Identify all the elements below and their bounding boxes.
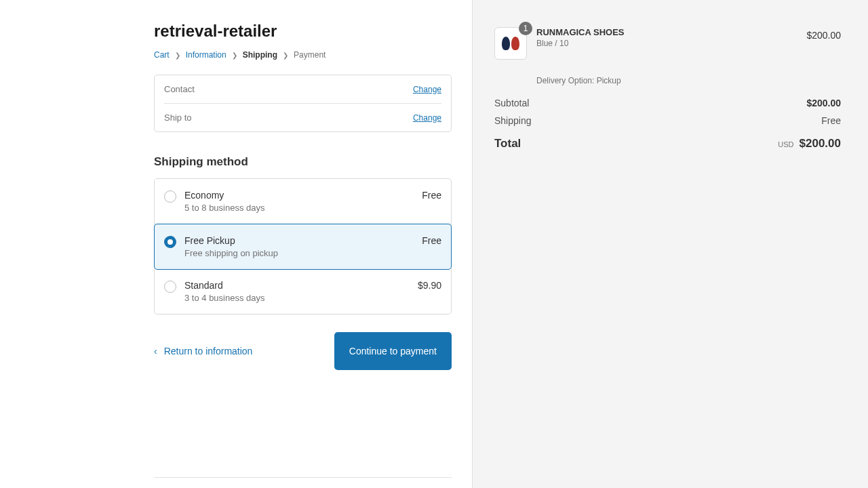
breadcrumb-information[interactable]: Information <box>186 50 226 60</box>
breadcrumb-payment: Payment <box>294 50 326 60</box>
cart-item: 1 RUNMAGICA SHOES Blue / 10 $200.00 <box>494 27 841 60</box>
chevron-left-icon: ‹ <box>154 346 157 357</box>
shipping-option-economy[interactable]: Economy 5 to 8 business days Free <box>155 179 451 224</box>
shipping-option-desc: 3 to 4 business days <box>184 293 418 303</box>
chevron-right-icon: ❯ <box>175 52 180 59</box>
shipping-option-standard[interactable]: Standard 3 to 4 business days $9.90 <box>155 269 451 314</box>
chevron-right-icon: ❯ <box>283 52 288 59</box>
chevron-right-icon: ❯ <box>232 52 237 59</box>
breadcrumb: Cart ❯ Information ❯ Shipping ❯ Payment <box>154 50 452 60</box>
radio-icon <box>164 190 176 203</box>
contact-row: Contact Change <box>164 75 441 104</box>
shipping-option-desc: 5 to 8 business days <box>184 203 422 213</box>
footer-divider <box>154 477 452 478</box>
total-value: $200.00 <box>800 137 841 150</box>
return-link-label: Return to information <box>164 346 253 357</box>
change-shipto-link[interactable]: Change <box>413 113 441 123</box>
shipping-option-name: Free Pickup <box>184 235 422 246</box>
shipping-option-price: $9.90 <box>418 280 441 291</box>
shipping-option-name: Standard <box>184 280 418 291</box>
product-name: RUNMAGICA SHOES <box>536 27 797 37</box>
total-label: Total <box>494 137 521 150</box>
shipping-summary-label: Shipping <box>494 115 532 126</box>
subtotal-row: Subtotal $200.00 <box>494 98 841 108</box>
shipping-option-name: Economy <box>184 190 422 201</box>
subtotal-label: Subtotal <box>494 98 529 108</box>
shipping-method-heading: Shipping method <box>154 155 452 169</box>
quantity-badge: 1 <box>519 22 532 35</box>
store-title: retrieval-retailer <box>154 22 452 41</box>
shipto-row: Ship to Change <box>164 104 441 131</box>
shipto-label: Ship to <box>164 113 206 123</box>
shipping-option-price: Free <box>422 190 441 201</box>
breadcrumb-shipping: Shipping <box>243 50 277 60</box>
radio-icon <box>164 281 176 293</box>
currency-code: USD <box>778 140 793 148</box>
contact-label: Contact <box>164 84 206 94</box>
continue-to-payment-button[interactable]: Continue to payment <box>334 332 452 370</box>
delivery-option-note: Delivery Option: Pickup <box>536 76 841 85</box>
product-variant: Blue / 10 <box>536 39 797 48</box>
change-contact-link[interactable]: Change <box>413 85 441 94</box>
contact-ship-summary: Contact Change Ship to Change <box>154 75 452 132</box>
product-price: $200.00 <box>806 30 841 41</box>
total-row: Total USD $200.00 <box>494 137 841 150</box>
shipping-option-free-pickup[interactable]: Free Pickup Free shipping on pickup Free <box>154 224 452 270</box>
subtotal-value: $200.00 <box>806 98 841 108</box>
shipping-row: Shipping Free <box>494 115 841 126</box>
radio-icon <box>164 236 176 248</box>
return-to-information-link[interactable]: ‹ Return to information <box>154 346 252 357</box>
shipping-options: Economy 5 to 8 business days Free Free P… <box>154 178 452 314</box>
shipping-summary-value: Free <box>821 115 841 126</box>
shipping-option-price: Free <box>422 235 441 246</box>
breadcrumb-cart[interactable]: Cart <box>154 50 170 60</box>
shipping-option-desc: Free shipping on pickup <box>184 248 422 258</box>
